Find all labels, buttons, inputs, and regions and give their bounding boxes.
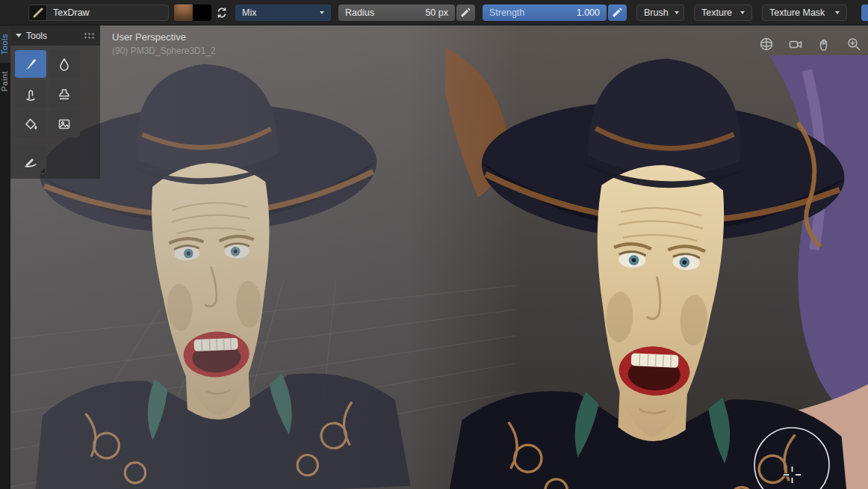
tool-button-draw[interactable] bbox=[15, 50, 46, 78]
texture-mask-menu[interactable]: Texture Mask bbox=[762, 4, 847, 21]
strength-value: 1.000 bbox=[577, 7, 600, 18]
blender-texture-paint-window: User Perspective (90) PM3D_Sphere3D1_2 bbox=[0, 0, 868, 489]
brush-thumbnail-icon bbox=[29, 5, 47, 20]
tools-panel-header[interactable]: Tools bbox=[10, 25, 100, 46]
zoom-icon[interactable] bbox=[844, 34, 864, 54]
camera-icon[interactable] bbox=[786, 34, 805, 54]
fill-bucket-icon bbox=[23, 117, 38, 132]
tool-button-smear[interactable] bbox=[15, 80, 46, 108]
active-object-label: (90) PM3D_Sphere3D1_2 bbox=[112, 46, 216, 56]
brush-menu[interactable]: Brush bbox=[636, 4, 684, 21]
orbit-icon[interactable] bbox=[757, 34, 776, 54]
smear-finger-icon bbox=[23, 87, 38, 102]
chevron-down-icon bbox=[740, 11, 745, 14]
3d-viewport-scene bbox=[0, 25, 868, 489]
chevron-down-icon bbox=[675, 11, 679, 14]
tool-button-fill[interactable] bbox=[15, 110, 46, 138]
3d-viewport[interactable] bbox=[0, 25, 868, 489]
background-color-swatch[interactable] bbox=[193, 4, 211, 21]
radius-label: Radius bbox=[345, 7, 374, 18]
texture-menu-label: Texture bbox=[701, 7, 732, 18]
blend-mode-value: Mix bbox=[242, 7, 256, 18]
soften-drop-icon bbox=[57, 57, 72, 72]
drag-handle-icon[interactable] bbox=[84, 32, 95, 39]
tool-grid bbox=[10, 46, 100, 179]
texture-mask-menu-label: Texture Mask bbox=[769, 7, 825, 18]
brush-name-label: TexDraw bbox=[47, 7, 90, 18]
sidebar-tab-tools[interactable]: Tools bbox=[0, 25, 10, 63]
brush-datablock-selector[interactable]: TexDraw bbox=[28, 4, 169, 21]
radius-slider[interactable]: Radius 50 px bbox=[338, 4, 455, 21]
clipped-widget[interactable] bbox=[861, 4, 868, 21]
texture-paint-header: TexDraw Mix Radius 50 px Strength 1.000 bbox=[0, 0, 868, 25]
pan-hand-icon[interactable] bbox=[815, 34, 834, 54]
viewport-nav-gizmos bbox=[757, 34, 864, 54]
strength-pressure-toggle[interactable] bbox=[608, 4, 627, 21]
clone-stamp-icon bbox=[57, 87, 72, 102]
sidebar-tab-strip: Tools Paint bbox=[0, 25, 10, 489]
tools-panel-title: Tools bbox=[26, 31, 47, 41]
sidebar-tab-paint[interactable]: Paint bbox=[0, 63, 10, 100]
draw-brush-icon bbox=[23, 57, 38, 72]
annotate-pen-icon bbox=[23, 153, 38, 168]
brush-menu-label: Brush bbox=[644, 7, 669, 18]
collapse-triangle-icon bbox=[16, 34, 22, 37]
stylus-pressure-icon bbox=[612, 7, 623, 18]
stylus-pressure-icon bbox=[460, 7, 471, 18]
chevron-down-icon bbox=[320, 11, 324, 14]
tool-button-soften[interactable] bbox=[49, 50, 80, 78]
tool-button-clone[interactable] bbox=[49, 80, 80, 108]
blend-mode-dropdown[interactable]: Mix bbox=[235, 4, 331, 21]
radius-pressure-toggle[interactable] bbox=[456, 4, 475, 21]
strength-slider[interactable]: Strength 1.000 bbox=[483, 4, 607, 21]
tools-panel: Tools bbox=[10, 25, 100, 179]
tool-button-annotate[interactable] bbox=[15, 147, 46, 174]
view-perspective-label: User Perspective bbox=[112, 31, 186, 43]
tool-button-mask[interactable] bbox=[49, 110, 80, 138]
radius-value: 50 px bbox=[425, 7, 448, 18]
strength-label: Strength bbox=[489, 7, 524, 18]
chevron-down-icon bbox=[835, 11, 840, 14]
texture-menu[interactable]: Texture bbox=[694, 4, 752, 21]
mask-image-icon bbox=[57, 117, 72, 132]
foreground-color-swatch[interactable] bbox=[174, 4, 193, 21]
swap-colors-icon[interactable] bbox=[211, 4, 232, 21]
